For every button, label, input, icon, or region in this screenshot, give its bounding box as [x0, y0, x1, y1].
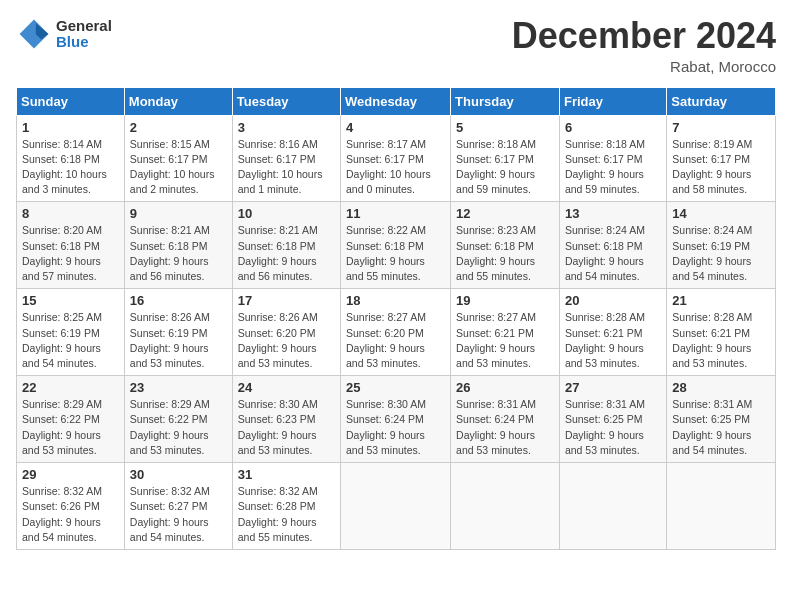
title-block: December 2024 Rabat, Morocco: [512, 16, 776, 75]
calendar-table: SundayMondayTuesdayWednesdayThursdayFrid…: [16, 87, 776, 550]
day-number: 19: [456, 293, 554, 308]
day-number: 22: [22, 380, 119, 395]
calendar-day-cell: [341, 463, 451, 550]
day-of-week-header: Friday: [559, 87, 666, 115]
calendar-day-cell: 17Sunrise: 8:26 AMSunset: 6:20 PMDayligh…: [232, 289, 340, 376]
calendar-day-cell: 3Sunrise: 8:16 AMSunset: 6:17 PMDaylight…: [232, 115, 340, 202]
day-info: Sunrise: 8:25 AMSunset: 6:19 PMDaylight:…: [22, 310, 119, 371]
calendar-day-cell: 5Sunrise: 8:18 AMSunset: 6:17 PMDaylight…: [451, 115, 560, 202]
day-info: Sunrise: 8:18 AMSunset: 6:17 PMDaylight:…: [565, 137, 661, 198]
calendar-day-cell: 28Sunrise: 8:31 AMSunset: 6:25 PMDayligh…: [667, 376, 776, 463]
day-number: 14: [672, 206, 770, 221]
day-number: 27: [565, 380, 661, 395]
day-of-week-header: Tuesday: [232, 87, 340, 115]
calendar-day-cell: 23Sunrise: 8:29 AMSunset: 6:22 PMDayligh…: [124, 376, 232, 463]
calendar-day-cell: 12Sunrise: 8:23 AMSunset: 6:18 PMDayligh…: [451, 202, 560, 289]
day-info: Sunrise: 8:24 AMSunset: 6:19 PMDaylight:…: [672, 223, 770, 284]
calendar-day-cell: 24Sunrise: 8:30 AMSunset: 6:23 PMDayligh…: [232, 376, 340, 463]
logo-text: General Blue: [56, 18, 112, 51]
calendar-day-cell: 21Sunrise: 8:28 AMSunset: 6:21 PMDayligh…: [667, 289, 776, 376]
day-of-week-header: Saturday: [667, 87, 776, 115]
calendar-header-row: SundayMondayTuesdayWednesdayThursdayFrid…: [17, 87, 776, 115]
calendar-day-cell: 26Sunrise: 8:31 AMSunset: 6:24 PMDayligh…: [451, 376, 560, 463]
day-info: Sunrise: 8:24 AMSunset: 6:18 PMDaylight:…: [565, 223, 661, 284]
calendar-day-cell: 6Sunrise: 8:18 AMSunset: 6:17 PMDaylight…: [559, 115, 666, 202]
day-number: 13: [565, 206, 661, 221]
day-info: Sunrise: 8:14 AMSunset: 6:18 PMDaylight:…: [22, 137, 119, 198]
day-number: 3: [238, 120, 335, 135]
calendar-day-cell: 19Sunrise: 8:27 AMSunset: 6:21 PMDayligh…: [451, 289, 560, 376]
day-info: Sunrise: 8:31 AMSunset: 6:25 PMDaylight:…: [672, 397, 770, 458]
day-info: Sunrise: 8:21 AMSunset: 6:18 PMDaylight:…: [238, 223, 335, 284]
day-number: 9: [130, 206, 227, 221]
logo-blue-text: Blue: [56, 34, 112, 51]
day-info: Sunrise: 8:20 AMSunset: 6:18 PMDaylight:…: [22, 223, 119, 284]
day-info: Sunrise: 8:18 AMSunset: 6:17 PMDaylight:…: [456, 137, 554, 198]
calendar-day-cell: [451, 463, 560, 550]
day-number: 5: [456, 120, 554, 135]
day-info: Sunrise: 8:29 AMSunset: 6:22 PMDaylight:…: [130, 397, 227, 458]
day-info: Sunrise: 8:28 AMSunset: 6:21 PMDaylight:…: [565, 310, 661, 371]
calendar-day-cell: 18Sunrise: 8:27 AMSunset: 6:20 PMDayligh…: [341, 289, 451, 376]
day-of-week-header: Monday: [124, 87, 232, 115]
day-info: Sunrise: 8:27 AMSunset: 6:21 PMDaylight:…: [456, 310, 554, 371]
day-info: Sunrise: 8:21 AMSunset: 6:18 PMDaylight:…: [130, 223, 227, 284]
calendar-week-row: 29Sunrise: 8:32 AMSunset: 6:26 PMDayligh…: [17, 463, 776, 550]
day-number: 18: [346, 293, 445, 308]
calendar-day-cell: 25Sunrise: 8:30 AMSunset: 6:24 PMDayligh…: [341, 376, 451, 463]
day-info: Sunrise: 8:32 AMSunset: 6:26 PMDaylight:…: [22, 484, 119, 545]
calendar-day-cell: 31Sunrise: 8:32 AMSunset: 6:28 PMDayligh…: [232, 463, 340, 550]
day-info: Sunrise: 8:28 AMSunset: 6:21 PMDaylight:…: [672, 310, 770, 371]
calendar-day-cell: 27Sunrise: 8:31 AMSunset: 6:25 PMDayligh…: [559, 376, 666, 463]
day-info: Sunrise: 8:30 AMSunset: 6:24 PMDaylight:…: [346, 397, 445, 458]
day-number: 2: [130, 120, 227, 135]
calendar-day-cell: 1Sunrise: 8:14 AMSunset: 6:18 PMDaylight…: [17, 115, 125, 202]
day-number: 24: [238, 380, 335, 395]
calendar-day-cell: [559, 463, 666, 550]
calendar-day-cell: 20Sunrise: 8:28 AMSunset: 6:21 PMDayligh…: [559, 289, 666, 376]
logo: General Blue: [16, 16, 112, 52]
day-info: Sunrise: 8:31 AMSunset: 6:25 PMDaylight:…: [565, 397, 661, 458]
day-info: Sunrise: 8:31 AMSunset: 6:24 PMDaylight:…: [456, 397, 554, 458]
day-info: Sunrise: 8:32 AMSunset: 6:28 PMDaylight:…: [238, 484, 335, 545]
calendar-day-cell: 7Sunrise: 8:19 AMSunset: 6:17 PMDaylight…: [667, 115, 776, 202]
logo-icon: [16, 16, 52, 52]
day-of-week-header: Thursday: [451, 87, 560, 115]
day-info: Sunrise: 8:26 AMSunset: 6:19 PMDaylight:…: [130, 310, 227, 371]
day-number: 20: [565, 293, 661, 308]
day-number: 4: [346, 120, 445, 135]
calendar-day-cell: 4Sunrise: 8:17 AMSunset: 6:17 PMDaylight…: [341, 115, 451, 202]
day-number: 15: [22, 293, 119, 308]
calendar-day-cell: 13Sunrise: 8:24 AMSunset: 6:18 PMDayligh…: [559, 202, 666, 289]
calendar-week-row: 15Sunrise: 8:25 AMSunset: 6:19 PMDayligh…: [17, 289, 776, 376]
calendar-day-cell: 14Sunrise: 8:24 AMSunset: 6:19 PMDayligh…: [667, 202, 776, 289]
day-number: 10: [238, 206, 335, 221]
calendar-day-cell: 30Sunrise: 8:32 AMSunset: 6:27 PMDayligh…: [124, 463, 232, 550]
day-number: 21: [672, 293, 770, 308]
calendar-day-cell: 2Sunrise: 8:15 AMSunset: 6:17 PMDaylight…: [124, 115, 232, 202]
day-number: 28: [672, 380, 770, 395]
day-info: Sunrise: 8:27 AMSunset: 6:20 PMDaylight:…: [346, 310, 445, 371]
calendar-day-cell: 11Sunrise: 8:22 AMSunset: 6:18 PMDayligh…: [341, 202, 451, 289]
calendar-day-cell: 9Sunrise: 8:21 AMSunset: 6:18 PMDaylight…: [124, 202, 232, 289]
month-title: December 2024: [512, 16, 776, 56]
day-info: Sunrise: 8:16 AMSunset: 6:17 PMDaylight:…: [238, 137, 335, 198]
day-info: Sunrise: 8:26 AMSunset: 6:20 PMDaylight:…: [238, 310, 335, 371]
day-of-week-header: Sunday: [17, 87, 125, 115]
day-info: Sunrise: 8:19 AMSunset: 6:17 PMDaylight:…: [672, 137, 770, 198]
day-number: 23: [130, 380, 227, 395]
day-info: Sunrise: 8:22 AMSunset: 6:18 PMDaylight:…: [346, 223, 445, 284]
page-header: General Blue December 2024 Rabat, Morocc…: [16, 16, 776, 75]
calendar-day-cell: 15Sunrise: 8:25 AMSunset: 6:19 PMDayligh…: [17, 289, 125, 376]
day-info: Sunrise: 8:23 AMSunset: 6:18 PMDaylight:…: [456, 223, 554, 284]
location: Rabat, Morocco: [512, 58, 776, 75]
day-number: 8: [22, 206, 119, 221]
day-number: 31: [238, 467, 335, 482]
day-number: 25: [346, 380, 445, 395]
calendar-day-cell: [667, 463, 776, 550]
day-info: Sunrise: 8:29 AMSunset: 6:22 PMDaylight:…: [22, 397, 119, 458]
day-number: 12: [456, 206, 554, 221]
day-info: Sunrise: 8:17 AMSunset: 6:17 PMDaylight:…: [346, 137, 445, 198]
calendar-week-row: 22Sunrise: 8:29 AMSunset: 6:22 PMDayligh…: [17, 376, 776, 463]
day-number: 11: [346, 206, 445, 221]
